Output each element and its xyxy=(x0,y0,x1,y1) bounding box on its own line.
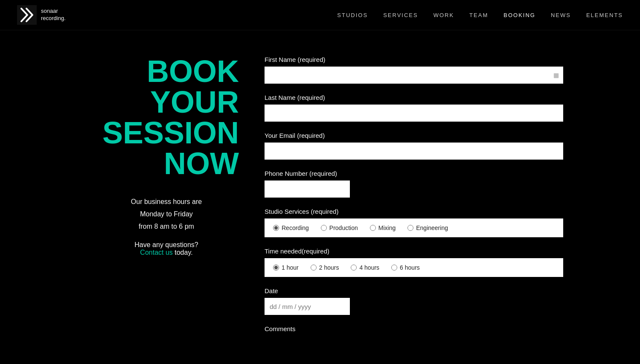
time-radio-group: 1 hour 2 hours 4 hours 6 hours xyxy=(265,258,563,277)
service-engineering-label: Engineering xyxy=(416,224,448,231)
email-label: Your Email (required) xyxy=(265,132,563,139)
first-name-input-wrapper: ▦ xyxy=(265,67,563,84)
date-input[interactable] xyxy=(265,298,350,315)
time-2hours[interactable]: 2 hours xyxy=(311,264,339,271)
nav-work[interactable]: WORK xyxy=(433,12,454,18)
time-2hours-label: 2 hours xyxy=(319,264,339,271)
service-production[interactable]: Production xyxy=(321,224,358,231)
last-name-input[interactable] xyxy=(265,105,563,122)
contact-line: Have any questions? Contact us today. xyxy=(94,241,239,256)
first-name-group: First Name (required) ▦ xyxy=(265,56,563,84)
time-1hour-label: 1 hour xyxy=(282,264,299,271)
time-group: Time needed(required) 1 hour 2 hours 4 h… xyxy=(265,248,563,277)
form-panel: First Name (required) ▦ Last Name (requi… xyxy=(265,56,563,343)
field-icon: ▦ xyxy=(553,72,559,79)
nav-links: STUDIOS SERVICES WORK TEAM BOOKING NEWS … xyxy=(337,11,623,19)
nav-studios[interactable]: STUDIOS xyxy=(337,12,368,18)
time-4hours[interactable]: 4 hours xyxy=(351,264,379,271)
services-label: Studio Services (required) xyxy=(265,208,563,215)
question-text: Have any questions? xyxy=(134,241,198,248)
navbar: sonaar recording. STUDIOS SERVICES WORK … xyxy=(0,0,640,30)
main-content: BOOK YOUR SESSION NOW Our business hours… xyxy=(0,30,640,364)
date-label: Date xyxy=(265,287,563,294)
phone-group: Phone Number (required) xyxy=(265,170,563,198)
comments-label: Comments xyxy=(265,325,563,332)
services-group: Studio Services (required) Recording Pro… xyxy=(265,208,563,237)
service-mixing-label: Mixing xyxy=(378,224,396,231)
phone-input[interactable] xyxy=(265,181,350,198)
time-label: Time needed(required) xyxy=(265,248,563,255)
hero-title: BOOK YOUR SESSION NOW xyxy=(94,56,239,179)
date-group: Date xyxy=(265,287,563,315)
logo-icon xyxy=(17,5,37,25)
contact-link[interactable]: Contact us xyxy=(140,249,172,256)
phone-label: Phone Number (required) xyxy=(265,170,563,177)
logo-text: sonaar recording. xyxy=(41,8,66,22)
business-hours: Our business hours are Monday to Friday … xyxy=(94,196,239,233)
first-name-label: First Name (required) xyxy=(265,56,563,63)
nav-team[interactable]: TEAM xyxy=(469,12,488,18)
last-name-group: Last Name (required) xyxy=(265,94,563,122)
time-4hours-label: 4 hours xyxy=(359,264,379,271)
logo[interactable]: sonaar recording. xyxy=(17,5,66,25)
hero-line3: NOW xyxy=(164,146,239,181)
nav-elements[interactable]: ELEMENTS xyxy=(586,12,623,18)
first-name-input[interactable] xyxy=(265,67,563,84)
hero-line2: SESSION xyxy=(102,116,239,150)
service-mixing[interactable]: Mixing xyxy=(370,224,396,231)
contact-suffix: today. xyxy=(173,249,193,256)
services-radio-group: Recording Production Mixing Engineering xyxy=(265,218,563,237)
time-1hour[interactable]: 1 hour xyxy=(273,264,299,271)
service-recording[interactable]: Recording xyxy=(273,224,309,231)
service-recording-label: Recording xyxy=(282,224,309,231)
time-6hours-label: 6 hours xyxy=(400,264,420,271)
email-group: Your Email (required) xyxy=(265,132,563,160)
nav-services[interactable]: SERVICES xyxy=(383,12,418,18)
nav-news[interactable]: NEWS xyxy=(551,12,571,18)
nav-booking[interactable]: BOOKING xyxy=(503,12,535,18)
email-input[interactable] xyxy=(265,143,563,160)
comments-group: Comments xyxy=(265,325,563,332)
time-6hours[interactable]: 6 hours xyxy=(391,264,420,271)
service-production-label: Production xyxy=(329,224,358,231)
service-engineering[interactable]: Engineering xyxy=(407,224,448,231)
left-panel: BOOK YOUR SESSION NOW Our business hours… xyxy=(94,56,239,343)
hero-line1: BOOK YOUR xyxy=(147,54,239,119)
last-name-label: Last Name (required) xyxy=(265,94,563,101)
